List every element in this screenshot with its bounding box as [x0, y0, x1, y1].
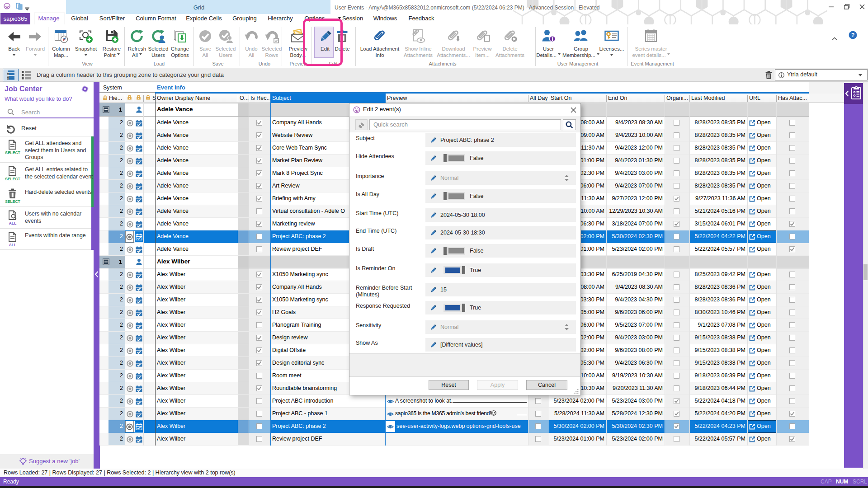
- svg-text:?: ?: [851, 32, 855, 38]
